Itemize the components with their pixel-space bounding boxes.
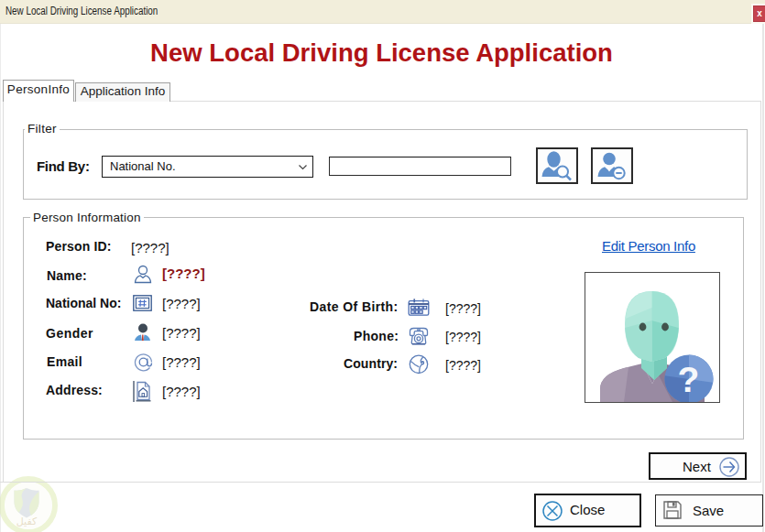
- svg-text:كفيل: كفيل: [16, 516, 38, 527]
- svg-text:?: ?: [678, 360, 700, 399]
